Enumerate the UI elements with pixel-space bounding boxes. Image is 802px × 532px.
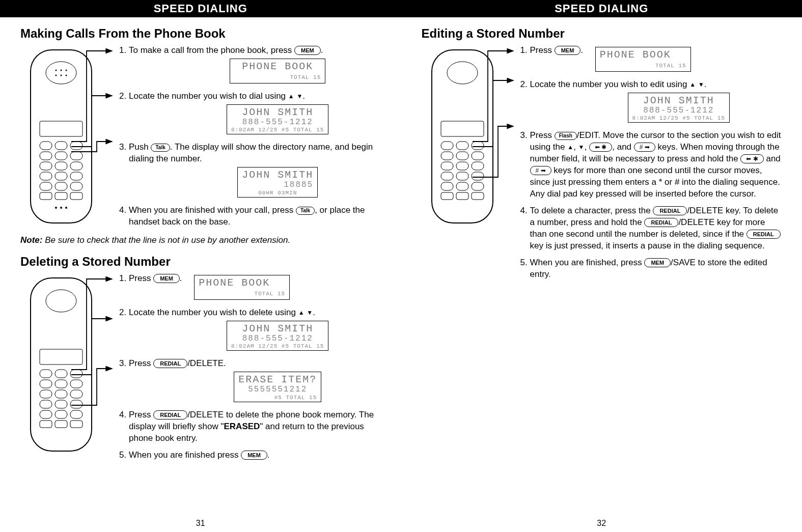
redial-key: REDIAL xyxy=(153,410,187,419)
svg-rect-22 xyxy=(55,182,67,190)
step-text: , and xyxy=(612,142,634,152)
left-star-key: ⬅ ✱ xyxy=(589,143,612,152)
lcd-line: PHONE BOOK xyxy=(600,49,671,61)
lcd-line: #5 TOTAL 15 xyxy=(238,395,317,401)
svg-rect-13 xyxy=(55,152,67,160)
lcd-display: ERASE ITEM? 5555551212 #5 TOTAL 15 xyxy=(234,372,321,402)
svg-rect-65 xyxy=(472,172,484,180)
page-number: 31 xyxy=(0,519,401,528)
handset-illustration xyxy=(20,45,102,228)
svg-rect-54 xyxy=(441,142,453,150)
svg-rect-8 xyxy=(40,121,82,136)
section-title-editing: Editing a Stored Number xyxy=(422,26,782,41)
svg-rect-36 xyxy=(40,380,52,388)
step: When you are finished press MEM. xyxy=(129,450,381,461)
mem-key: MEM xyxy=(241,451,267,460)
svg-rect-40 xyxy=(55,390,67,398)
steps-deleting: Press MEM. PHONE BOOK TOTAL 15 Locate th… xyxy=(109,273,381,461)
svg-rect-71 xyxy=(472,192,484,200)
lcd-line: 888-555-1212 xyxy=(231,118,324,127)
svg-point-27 xyxy=(55,207,57,209)
svg-rect-48 xyxy=(40,421,52,428)
down-arrow-icon: ▼ xyxy=(698,81,704,88)
lcd-line: PHONE BOOK xyxy=(199,277,270,289)
svg-rect-14 xyxy=(70,152,82,160)
svg-rect-64 xyxy=(456,172,468,180)
lcd-line: 888-555-1212 xyxy=(231,334,324,344)
svg-rect-55 xyxy=(456,142,468,150)
lcd-line: TOTAL 15 xyxy=(234,74,321,80)
svg-rect-23 xyxy=(70,182,82,190)
steps-editing: Press MEM. PHONE BOOK TOTAL 15 Locate th… xyxy=(511,45,782,281)
svg-rect-42 xyxy=(40,400,52,408)
mem-key: MEM xyxy=(294,46,321,55)
svg-rect-63 xyxy=(441,172,453,180)
svg-rect-68 xyxy=(472,182,484,190)
svg-rect-12 xyxy=(40,152,52,160)
page-number: 32 xyxy=(401,519,803,528)
handset-illustration xyxy=(422,45,503,228)
note-text: Be sure to check that the line is not in… xyxy=(42,235,290,245)
section-title-deleting: Deleting a Stored Number xyxy=(20,255,381,269)
talk-key: Talk xyxy=(296,207,315,215)
step: When you are finished with your call, pr… xyxy=(129,205,381,228)
svg-rect-38 xyxy=(70,380,82,388)
step: Locate the number you wish to dial using… xyxy=(129,91,381,137)
svg-rect-11 xyxy=(70,142,82,150)
svg-rect-61 xyxy=(456,162,468,170)
step-text: When you are finished with your call, pr… xyxy=(129,205,296,215)
down-arrow-icon: ▼ xyxy=(296,93,302,99)
up-arrow-icon: ▲ xyxy=(567,144,573,150)
up-arrow-icon: ▲ xyxy=(288,93,294,99)
section-title-making-calls: Making Calls From the Phone Book xyxy=(20,26,381,41)
lcd-display: PHONE BOOK TOTAL 15 xyxy=(194,275,290,300)
lcd-line: ERASE ITEM? xyxy=(238,374,317,385)
svg-rect-50 xyxy=(70,421,82,428)
svg-rect-17 xyxy=(70,162,82,170)
svg-rect-66 xyxy=(441,182,453,190)
svg-rect-35 xyxy=(70,370,82,378)
svg-rect-24 xyxy=(40,192,52,200)
lcd-line: JOHN SMITH xyxy=(231,107,324,118)
step-text: Press xyxy=(129,410,153,419)
mem-key: MEM xyxy=(644,258,671,267)
svg-rect-33 xyxy=(40,370,52,378)
lcd-display: PHONE BOOK TOTAL 15 xyxy=(230,59,325,83)
svg-rect-25 xyxy=(55,192,67,200)
svg-rect-45 xyxy=(40,410,52,418)
step: Locate the number you wish to delete usi… xyxy=(129,307,381,353)
svg-point-4 xyxy=(66,70,67,71)
svg-rect-10 xyxy=(55,142,67,150)
svg-rect-19 xyxy=(55,172,67,180)
step-text: keys for more than one second until the … xyxy=(530,165,780,199)
step: When you are finished, press MEM/SAVE to… xyxy=(530,257,782,281)
step: Push Talk. The display will show the dir… xyxy=(129,142,381,200)
svg-point-28 xyxy=(60,207,62,209)
lcd-line: JOHN SMITH xyxy=(242,170,313,181)
svg-rect-67 xyxy=(456,182,468,190)
svg-rect-53 xyxy=(441,121,484,136)
step-text: Locate the number you wish to edit using xyxy=(530,79,690,89)
erased-text: ERASED xyxy=(224,422,260,431)
svg-rect-70 xyxy=(456,192,468,200)
lcd-line: 00HR 03MIN xyxy=(242,190,313,196)
step-text: /DELETE. xyxy=(187,358,226,368)
mem-key: MEM xyxy=(153,274,180,283)
step-text: and xyxy=(764,154,781,163)
svg-point-5 xyxy=(56,75,57,76)
step-text: Push xyxy=(129,142,151,152)
step: Press MEM. PHONE BOOK TOTAL 15 xyxy=(129,273,381,302)
lcd-line: JOHN SMITH xyxy=(231,323,324,334)
note: Note: Be sure to check that the line is … xyxy=(20,235,381,245)
svg-rect-37 xyxy=(55,380,67,388)
step-text: Locate the number you wish to dial using xyxy=(129,91,288,101)
flash-key: Flash xyxy=(555,132,577,140)
step-text: . xyxy=(580,45,583,55)
svg-rect-39 xyxy=(40,390,52,398)
step: To delete a character, press the REDIAL/… xyxy=(530,205,782,252)
handset-illustration xyxy=(20,273,102,456)
up-arrow-icon: ▲ xyxy=(298,310,305,316)
step-text: key is just pressed, it inserts a pause … xyxy=(530,241,765,250)
step-text: . xyxy=(313,307,315,317)
step-text: . xyxy=(267,450,270,460)
